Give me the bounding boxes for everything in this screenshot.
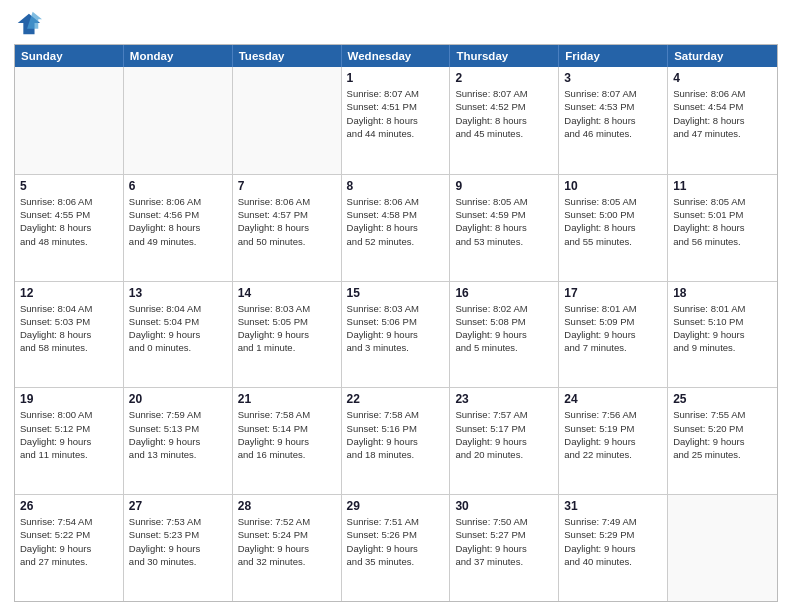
day-number: 2 <box>455 71 553 85</box>
cal-cell: 4Sunrise: 8:06 AM Sunset: 4:54 PM Daylig… <box>668 67 777 174</box>
week-row-1: 1Sunrise: 8:07 AM Sunset: 4:51 PM Daylig… <box>15 67 777 174</box>
cal-cell: 5Sunrise: 8:06 AM Sunset: 4:55 PM Daylig… <box>15 175 124 281</box>
day-info: Sunrise: 8:06 AM Sunset: 4:58 PM Dayligh… <box>347 195 445 248</box>
cal-cell: 3Sunrise: 8:07 AM Sunset: 4:53 PM Daylig… <box>559 67 668 174</box>
day-info: Sunrise: 7:58 AM Sunset: 5:14 PM Dayligh… <box>238 408 336 461</box>
day-info: Sunrise: 7:53 AM Sunset: 5:23 PM Dayligh… <box>129 515 227 568</box>
day-info: Sunrise: 8:03 AM Sunset: 5:06 PM Dayligh… <box>347 302 445 355</box>
cal-cell: 20Sunrise: 7:59 AM Sunset: 5:13 PM Dayli… <box>124 388 233 494</box>
day-number: 9 <box>455 179 553 193</box>
day-number: 28 <box>238 499 336 513</box>
header-cell-monday: Monday <box>124 45 233 67</box>
day-info: Sunrise: 8:05 AM Sunset: 4:59 PM Dayligh… <box>455 195 553 248</box>
day-number: 15 <box>347 286 445 300</box>
day-number: 4 <box>673 71 772 85</box>
day-number: 6 <box>129 179 227 193</box>
week-row-4: 19Sunrise: 8:00 AM Sunset: 5:12 PM Dayli… <box>15 387 777 494</box>
cal-cell: 2Sunrise: 8:07 AM Sunset: 4:52 PM Daylig… <box>450 67 559 174</box>
day-info: Sunrise: 7:55 AM Sunset: 5:20 PM Dayligh… <box>673 408 772 461</box>
day-info: Sunrise: 8:06 AM Sunset: 4:54 PM Dayligh… <box>673 87 772 140</box>
day-info: Sunrise: 8:05 AM Sunset: 5:00 PM Dayligh… <box>564 195 662 248</box>
day-number: 26 <box>20 499 118 513</box>
day-info: Sunrise: 8:07 AM Sunset: 4:53 PM Dayligh… <box>564 87 662 140</box>
cal-cell: 7Sunrise: 8:06 AM Sunset: 4:57 PM Daylig… <box>233 175 342 281</box>
day-info: Sunrise: 8:04 AM Sunset: 5:04 PM Dayligh… <box>129 302 227 355</box>
cal-cell: 29Sunrise: 7:51 AM Sunset: 5:26 PM Dayli… <box>342 495 451 601</box>
day-info: Sunrise: 7:50 AM Sunset: 5:27 PM Dayligh… <box>455 515 553 568</box>
day-info: Sunrise: 8:05 AM Sunset: 5:01 PM Dayligh… <box>673 195 772 248</box>
day-number: 23 <box>455 392 553 406</box>
day-number: 29 <box>347 499 445 513</box>
cal-cell: 24Sunrise: 7:56 AM Sunset: 5:19 PM Dayli… <box>559 388 668 494</box>
day-info: Sunrise: 8:07 AM Sunset: 4:51 PM Dayligh… <box>347 87 445 140</box>
day-info: Sunrise: 7:52 AM Sunset: 5:24 PM Dayligh… <box>238 515 336 568</box>
day-info: Sunrise: 7:57 AM Sunset: 5:17 PM Dayligh… <box>455 408 553 461</box>
day-info: Sunrise: 7:59 AM Sunset: 5:13 PM Dayligh… <box>129 408 227 461</box>
cal-cell: 19Sunrise: 8:00 AM Sunset: 5:12 PM Dayli… <box>15 388 124 494</box>
day-info: Sunrise: 7:51 AM Sunset: 5:26 PM Dayligh… <box>347 515 445 568</box>
header-cell-friday: Friday <box>559 45 668 67</box>
cal-cell: 21Sunrise: 7:58 AM Sunset: 5:14 PM Dayli… <box>233 388 342 494</box>
cal-cell: 23Sunrise: 7:57 AM Sunset: 5:17 PM Dayli… <box>450 388 559 494</box>
page: SundayMondayTuesdayWednesdayThursdayFrid… <box>0 0 792 612</box>
day-info: Sunrise: 8:01 AM Sunset: 5:10 PM Dayligh… <box>673 302 772 355</box>
week-row-5: 26Sunrise: 7:54 AM Sunset: 5:22 PM Dayli… <box>15 494 777 601</box>
cal-cell: 6Sunrise: 8:06 AM Sunset: 4:56 PM Daylig… <box>124 175 233 281</box>
cal-cell: 17Sunrise: 8:01 AM Sunset: 5:09 PM Dayli… <box>559 282 668 388</box>
day-info: Sunrise: 8:06 AM Sunset: 4:55 PM Dayligh… <box>20 195 118 248</box>
cal-cell <box>668 495 777 601</box>
calendar: SundayMondayTuesdayWednesdayThursdayFrid… <box>14 44 778 602</box>
day-number: 11 <box>673 179 772 193</box>
header-cell-thursday: Thursday <box>450 45 559 67</box>
day-number: 5 <box>20 179 118 193</box>
day-number: 17 <box>564 286 662 300</box>
day-info: Sunrise: 8:07 AM Sunset: 4:52 PM Dayligh… <box>455 87 553 140</box>
day-number: 24 <box>564 392 662 406</box>
day-number: 7 <box>238 179 336 193</box>
cal-cell: 25Sunrise: 7:55 AM Sunset: 5:20 PM Dayli… <box>668 388 777 494</box>
header-cell-tuesday: Tuesday <box>233 45 342 67</box>
day-info: Sunrise: 8:06 AM Sunset: 4:56 PM Dayligh… <box>129 195 227 248</box>
logo-icon <box>14 10 42 38</box>
day-info: Sunrise: 7:49 AM Sunset: 5:29 PM Dayligh… <box>564 515 662 568</box>
cal-cell: 18Sunrise: 8:01 AM Sunset: 5:10 PM Dayli… <box>668 282 777 388</box>
day-number: 16 <box>455 286 553 300</box>
day-number: 8 <box>347 179 445 193</box>
day-number: 19 <box>20 392 118 406</box>
day-number: 1 <box>347 71 445 85</box>
calendar-header-row: SundayMondayTuesdayWednesdayThursdayFrid… <box>15 45 777 67</box>
header <box>14 10 778 38</box>
cal-cell: 30Sunrise: 7:50 AM Sunset: 5:27 PM Dayli… <box>450 495 559 601</box>
cal-cell: 27Sunrise: 7:53 AM Sunset: 5:23 PM Dayli… <box>124 495 233 601</box>
day-number: 13 <box>129 286 227 300</box>
cal-cell <box>15 67 124 174</box>
cal-cell: 13Sunrise: 8:04 AM Sunset: 5:04 PM Dayli… <box>124 282 233 388</box>
cal-cell: 9Sunrise: 8:05 AM Sunset: 4:59 PM Daylig… <box>450 175 559 281</box>
day-number: 31 <box>564 499 662 513</box>
day-info: Sunrise: 7:56 AM Sunset: 5:19 PM Dayligh… <box>564 408 662 461</box>
day-info: Sunrise: 8:02 AM Sunset: 5:08 PM Dayligh… <box>455 302 553 355</box>
cal-cell: 14Sunrise: 8:03 AM Sunset: 5:05 PM Dayli… <box>233 282 342 388</box>
day-number: 25 <box>673 392 772 406</box>
day-info: Sunrise: 7:58 AM Sunset: 5:16 PM Dayligh… <box>347 408 445 461</box>
cal-cell: 28Sunrise: 7:52 AM Sunset: 5:24 PM Dayli… <box>233 495 342 601</box>
cal-cell <box>233 67 342 174</box>
header-cell-saturday: Saturday <box>668 45 777 67</box>
cal-cell: 31Sunrise: 7:49 AM Sunset: 5:29 PM Dayli… <box>559 495 668 601</box>
day-number: 10 <box>564 179 662 193</box>
cal-cell: 26Sunrise: 7:54 AM Sunset: 5:22 PM Dayli… <box>15 495 124 601</box>
cal-cell: 22Sunrise: 7:58 AM Sunset: 5:16 PM Dayli… <box>342 388 451 494</box>
cal-cell: 15Sunrise: 8:03 AM Sunset: 5:06 PM Dayli… <box>342 282 451 388</box>
day-number: 30 <box>455 499 553 513</box>
day-number: 20 <box>129 392 227 406</box>
cal-cell: 10Sunrise: 8:05 AM Sunset: 5:00 PM Dayli… <box>559 175 668 281</box>
day-info: Sunrise: 8:06 AM Sunset: 4:57 PM Dayligh… <box>238 195 336 248</box>
day-number: 18 <box>673 286 772 300</box>
day-info: Sunrise: 8:00 AM Sunset: 5:12 PM Dayligh… <box>20 408 118 461</box>
header-cell-sunday: Sunday <box>15 45 124 67</box>
cal-cell: 16Sunrise: 8:02 AM Sunset: 5:08 PM Dayli… <box>450 282 559 388</box>
day-info: Sunrise: 8:04 AM Sunset: 5:03 PM Dayligh… <box>20 302 118 355</box>
day-number: 14 <box>238 286 336 300</box>
day-info: Sunrise: 8:01 AM Sunset: 5:09 PM Dayligh… <box>564 302 662 355</box>
cal-cell: 8Sunrise: 8:06 AM Sunset: 4:58 PM Daylig… <box>342 175 451 281</box>
